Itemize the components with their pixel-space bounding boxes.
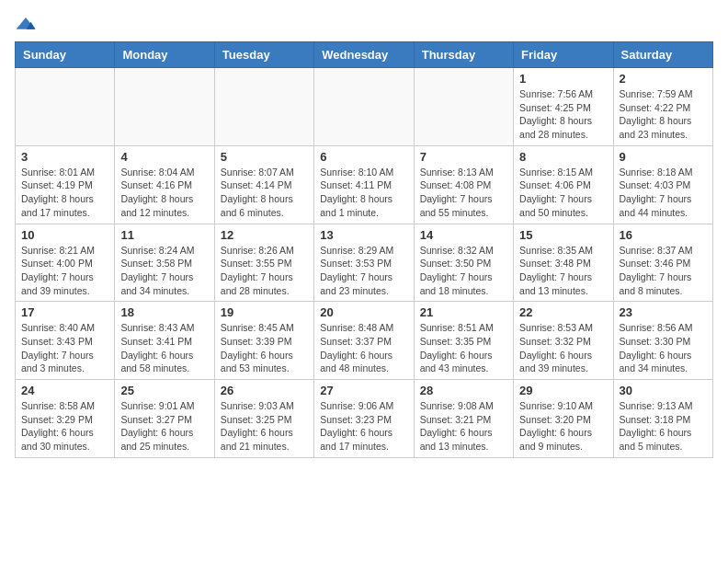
day-info: Sunrise: 8:04 AM Sunset: 4:16 PM Dayligh… (120, 166, 208, 220)
calendar-cell (16, 68, 115, 146)
day-info: Sunrise: 8:48 AM Sunset: 3:37 PM Dayligh… (320, 321, 407, 375)
day-number: 21 (420, 305, 507, 319)
day-number: 7 (420, 150, 507, 164)
calendar-cell: 2Sunrise: 7:59 AM Sunset: 4:22 PM Daylig… (613, 68, 712, 146)
day-number: 8 (519, 150, 607, 164)
calendar-cell: 30Sunrise: 9:13 AM Sunset: 3:18 PM Dayli… (613, 380, 712, 458)
day-info: Sunrise: 9:10 AM Sunset: 3:20 PM Dayligh… (519, 399, 607, 454)
day-number: 26 (221, 384, 308, 397)
weekday-header-saturday: Saturday (613, 42, 712, 68)
day-info: Sunrise: 8:45 AM Sunset: 3:39 PM Dayligh… (221, 321, 308, 375)
day-info: Sunrise: 8:40 AM Sunset: 3:43 PM Dayligh… (21, 321, 108, 375)
calendar-cell: 26Sunrise: 9:03 AM Sunset: 3:25 PM Dayli… (214, 380, 313, 458)
day-number: 27 (320, 384, 407, 397)
day-info: Sunrise: 8:29 AM Sunset: 3:53 PM Dayligh… (320, 244, 407, 298)
day-info: Sunrise: 8:13 AM Sunset: 4:08 PM Dayligh… (420, 166, 507, 220)
day-number: 25 (120, 384, 208, 397)
calendar-header-row: SundayMondayTuesdayWednesdayThursdayFrid… (16, 42, 713, 68)
calendar-week-1: 1Sunrise: 7:56 AM Sunset: 4:25 PM Daylig… (16, 68, 713, 146)
day-number: 23 (620, 305, 707, 319)
calendar-cell: 5Sunrise: 8:07 AM Sunset: 4:14 PM Daylig… (214, 145, 313, 224)
day-number: 6 (320, 150, 407, 164)
calendar-week-3: 10Sunrise: 8:21 AM Sunset: 4:00 PM Dayli… (16, 224, 713, 302)
calendar-cell: 22Sunrise: 8:53 AM Sunset: 3:32 PM Dayli… (514, 302, 613, 380)
calendar-cell: 12Sunrise: 8:26 AM Sunset: 3:55 PM Dayli… (214, 224, 313, 302)
weekday-header-thursday: Thursday (414, 42, 513, 68)
day-number: 11 (120, 228, 208, 242)
day-info: Sunrise: 8:51 AM Sunset: 3:35 PM Dayligh… (420, 321, 507, 375)
calendar-cell: 18Sunrise: 8:43 AM Sunset: 3:41 PM Dayli… (115, 302, 214, 380)
day-number: 14 (420, 228, 507, 242)
calendar-week-5: 24Sunrise: 8:58 AM Sunset: 3:29 PM Dayli… (16, 380, 713, 458)
day-number: 24 (21, 384, 108, 397)
calendar-cell (214, 68, 313, 146)
weekday-header-wednesday: Wednesday (314, 42, 414, 68)
calendar-cell: 11Sunrise: 8:24 AM Sunset: 3:58 PM Dayli… (115, 224, 214, 302)
day-number: 9 (620, 150, 707, 164)
calendar-cell (115, 68, 214, 146)
weekday-header-sunday: Sunday (16, 42, 115, 68)
day-info: Sunrise: 7:59 AM Sunset: 4:22 PM Dayligh… (620, 87, 707, 142)
day-info: Sunrise: 9:01 AM Sunset: 3:27 PM Dayligh… (120, 399, 208, 454)
calendar-body: 1Sunrise: 7:56 AM Sunset: 4:25 PM Daylig… (16, 68, 713, 458)
calendar-cell: 21Sunrise: 8:51 AM Sunset: 3:35 PM Dayli… (414, 302, 513, 380)
day-number: 13 (320, 228, 407, 242)
day-info: Sunrise: 9:03 AM Sunset: 3:25 PM Dayligh… (221, 399, 308, 454)
weekday-header-tuesday: Tuesday (214, 42, 313, 68)
day-info: Sunrise: 8:32 AM Sunset: 3:50 PM Dayligh… (420, 244, 507, 298)
day-info: Sunrise: 7:56 AM Sunset: 4:25 PM Dayligh… (519, 87, 607, 142)
calendar-week-4: 17Sunrise: 8:40 AM Sunset: 3:43 PM Dayli… (16, 302, 713, 380)
calendar-cell: 14Sunrise: 8:32 AM Sunset: 3:50 PM Dayli… (414, 224, 513, 302)
calendar-cell: 17Sunrise: 8:40 AM Sunset: 3:43 PM Dayli… (16, 302, 115, 380)
day-number: 29 (519, 384, 607, 397)
day-number: 28 (420, 384, 507, 397)
day-info: Sunrise: 9:06 AM Sunset: 3:23 PM Dayligh… (320, 399, 407, 454)
calendar-cell: 6Sunrise: 8:10 AM Sunset: 4:11 PM Daylig… (314, 145, 414, 224)
calendar-week-2: 3Sunrise: 8:01 AM Sunset: 4:19 PM Daylig… (16, 145, 713, 224)
day-number: 20 (320, 305, 407, 319)
day-number: 4 (120, 150, 208, 164)
day-number: 18 (120, 305, 208, 319)
day-number: 19 (221, 305, 308, 319)
weekday-header-monday: Monday (115, 42, 214, 68)
calendar-cell: 27Sunrise: 9:06 AM Sunset: 3:23 PM Dayli… (314, 380, 414, 458)
day-info: Sunrise: 8:10 AM Sunset: 4:11 PM Dayligh… (320, 166, 407, 220)
day-info: Sunrise: 9:08 AM Sunset: 3:21 PM Dayligh… (420, 399, 507, 454)
day-info: Sunrise: 8:26 AM Sunset: 3:55 PM Dayligh… (221, 244, 308, 298)
day-info: Sunrise: 9:13 AM Sunset: 3:18 PM Dayligh… (620, 399, 707, 454)
calendar-cell: 13Sunrise: 8:29 AM Sunset: 3:53 PM Dayli… (314, 224, 414, 302)
calendar-cell: 15Sunrise: 8:35 AM Sunset: 3:48 PM Dayli… (514, 224, 613, 302)
calendar-cell: 10Sunrise: 8:21 AM Sunset: 4:00 PM Dayli… (16, 224, 115, 302)
day-number: 16 (620, 228, 707, 242)
day-info: Sunrise: 8:53 AM Sunset: 3:32 PM Dayligh… (519, 321, 607, 375)
day-number: 15 (519, 228, 607, 242)
day-info: Sunrise: 8:58 AM Sunset: 3:29 PM Dayligh… (21, 399, 108, 454)
day-number: 3 (21, 150, 108, 164)
day-info: Sunrise: 8:24 AM Sunset: 3:58 PM Dayligh… (120, 244, 208, 298)
day-info: Sunrise: 8:43 AM Sunset: 3:41 PM Dayligh… (120, 321, 208, 375)
calendar-cell: 24Sunrise: 8:58 AM Sunset: 3:29 PM Dayli… (16, 380, 115, 458)
calendar-cell: 3Sunrise: 8:01 AM Sunset: 4:19 PM Daylig… (16, 145, 115, 224)
day-number: 1 (519, 72, 607, 86)
calendar-cell: 8Sunrise: 8:15 AM Sunset: 4:06 PM Daylig… (514, 145, 613, 224)
day-info: Sunrise: 8:56 AM Sunset: 3:30 PM Dayligh… (620, 321, 707, 375)
day-info: Sunrise: 8:35 AM Sunset: 3:48 PM Dayligh… (519, 244, 607, 298)
calendar-cell: 29Sunrise: 9:10 AM Sunset: 3:20 PM Dayli… (514, 380, 613, 458)
day-number: 30 (620, 384, 707, 397)
calendar-cell: 19Sunrise: 8:45 AM Sunset: 3:39 PM Dayli… (214, 302, 313, 380)
day-info: Sunrise: 8:01 AM Sunset: 4:19 PM Dayligh… (21, 166, 108, 220)
day-info: Sunrise: 8:07 AM Sunset: 4:14 PM Dayligh… (221, 166, 308, 220)
page-header (15, 15, 713, 34)
day-number: 22 (519, 305, 607, 319)
day-number: 12 (221, 228, 308, 242)
calendar-cell: 28Sunrise: 9:08 AM Sunset: 3:21 PM Dayli… (414, 380, 513, 458)
calendar-cell: 9Sunrise: 8:18 AM Sunset: 4:03 PM Daylig… (613, 145, 712, 224)
weekday-header-friday: Friday (514, 42, 613, 68)
day-info: Sunrise: 8:18 AM Sunset: 4:03 PM Dayligh… (620, 166, 707, 220)
calendar-cell: 4Sunrise: 8:04 AM Sunset: 4:16 PM Daylig… (115, 145, 214, 224)
logo-icon (15, 16, 37, 34)
day-info: Sunrise: 8:21 AM Sunset: 4:00 PM Dayligh… (21, 244, 108, 298)
calendar-cell: 1Sunrise: 7:56 AM Sunset: 4:25 PM Daylig… (514, 68, 613, 146)
day-info: Sunrise: 8:15 AM Sunset: 4:06 PM Dayligh… (519, 166, 607, 220)
day-number: 5 (221, 150, 308, 164)
